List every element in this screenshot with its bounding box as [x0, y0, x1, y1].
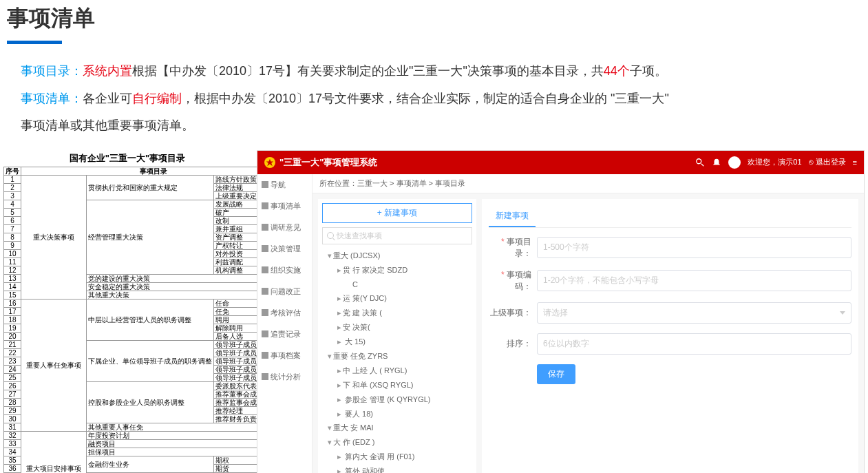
- item-tree[interactable]: ▾重大 (DJCSX)▸贯 行 家决定 SDZDC▸运 策(Y DJC)▸党 建…: [322, 249, 472, 473]
- tab-new-item[interactable]: 新建事项: [489, 206, 536, 227]
- menu-icon: [262, 352, 268, 359]
- menu-icon: [262, 330, 268, 337]
- tree-item[interactable]: ▸ 要人 18): [322, 407, 472, 421]
- menu-icon: [262, 288, 268, 295]
- select-parent[interactable]: 请选择: [537, 302, 851, 324]
- avatar-icon[interactable]: [728, 156, 741, 169]
- sidebar-item[interactable]: 统计分析: [257, 366, 312, 388]
- desc-line-2: 事项清单：各企业可自行编制，根据中办发〔2010〕17号文件要求，结合企业实际，…: [7, 85, 861, 113]
- search-input[interactable]: 快速查找事项: [322, 227, 472, 244]
- tree-item[interactable]: ▾重要 任免 ZYRS: [322, 349, 472, 364]
- tree-item[interactable]: ▸运 策(Y DJC): [322, 291, 472, 306]
- svg-marker-0: [266, 159, 274, 167]
- tree-item[interactable]: ▸党 建 决策 (: [322, 306, 472, 320]
- sidebar-item[interactable]: 事项清单: [257, 196, 312, 217]
- save-button[interactable]: 保存: [537, 364, 575, 384]
- directory-table-panel: 国有企业"三重一大"事项目录 序号事项目录 1重大决策事项贯彻执行党和国家的重大…: [3, 150, 251, 473]
- directory-title: 国有企业"三重一大"事项目录: [3, 150, 251, 167]
- label-order: 排序：: [489, 338, 537, 350]
- app-title: "三重一大"事项管理系统: [279, 156, 695, 169]
- menu-icon: [262, 224, 268, 231]
- svg-line-2: [701, 164, 704, 167]
- breadcrumb: 所在位置：三重一大 > 事项清单 > 事项目录: [313, 174, 864, 193]
- table-row: 32重大项目安排事项年度投资计划: [4, 431, 286, 439]
- tree-item[interactable]: ▸ 参股企 管理 (K QYRYGL): [322, 392, 472, 407]
- menu-icon: [262, 309, 268, 316]
- directory-table: 序号事项目录 1重大决策事项贯彻执行党和国家的重大规定路线方针政策2法律法规3上…: [3, 167, 286, 473]
- tree-item[interactable]: ▾大 作 (EDZ ): [322, 435, 472, 450]
- search-icon[interactable]: [695, 158, 705, 167]
- form-column: 新建事项 事项目录： 1-500个字符 事项编码： 1-20个字符，不能包含小写…: [482, 199, 858, 473]
- tree-item[interactable]: ▾重大 安 MAI: [322, 421, 472, 435]
- chevron-down-icon: [840, 311, 845, 315]
- tree-item[interactable]: ▸ 大 15): [322, 335, 472, 349]
- sidebar-item[interactable]: 考核评估: [257, 302, 312, 324]
- tree-column: + 新建事项 快速查找事项 ▾重大 (DJCSX)▸贯 行 家决定 SDZDC▸…: [318, 199, 476, 473]
- welcome-text: 欢迎您，演示01: [748, 157, 801, 167]
- input-order[interactable]: 6位以内数字: [537, 333, 851, 355]
- app-header: "三重一大"事项管理系统 欢迎您，演示01 ⎋ 退出登录 ≡: [257, 151, 864, 174]
- svg-point-1: [697, 159, 701, 164]
- menu-icon: [262, 245, 268, 252]
- sidebar: 导航事项清单调研意见决策管理组织实施问题改正考核评估追责记录事项档案统计分析: [257, 174, 313, 473]
- tree-item[interactable]: C: [322, 277, 472, 292]
- label-parent: 上级事项：: [489, 307, 537, 319]
- notify-icon[interactable]: [712, 158, 721, 167]
- tree-item[interactable]: ▸下 和单 (XSQ RYGL): [322, 378, 472, 392]
- menu-icon: [262, 373, 268, 380]
- sidebar-item[interactable]: 问题改正: [257, 281, 312, 302]
- desc-line-1: 事项目录：系统内置根据【中办发〔2010〕17号】有关要求制定的企业"三重一大"…: [7, 58, 861, 85]
- sidebar-item[interactable]: 导航: [257, 174, 312, 196]
- tree-item[interactable]: ▸ 算外 动和使: [322, 464, 472, 473]
- desc-line-3: 事项清单或其他重要事项清单。: [7, 112, 861, 140]
- app-logo-icon: [264, 157, 275, 168]
- page-title: 事项清单: [7, 0, 861, 37]
- tree-item[interactable]: ▸中 上经 人 ( RYGL): [322, 364, 472, 378]
- logout-link[interactable]: ⎋ 退出登录: [809, 157, 846, 167]
- sidebar-item[interactable]: 调研意见: [257, 217, 312, 238]
- title-underline: [7, 41, 62, 44]
- app-screenshot: "三重一大"事项管理系统 欢迎您，演示01 ⎋ 退出登录 ≡ 导航事项清单调研意…: [257, 150, 865, 473]
- tree-item[interactable]: ▸安 决策(: [322, 320, 472, 335]
- sidebar-item[interactable]: 组织实施: [257, 260, 312, 281]
- menu-icon[interactable]: ≡: [853, 158, 857, 167]
- sidebar-item[interactable]: 事项档案: [257, 345, 312, 366]
- tree-item[interactable]: ▾重大 (DJCSX): [322, 249, 472, 263]
- menu-icon: [262, 181, 268, 188]
- sidebar-item[interactable]: 决策管理: [257, 238, 312, 260]
- input-catalog[interactable]: 1-500个字符: [537, 237, 851, 258]
- tree-item[interactable]: ▸贯 行 家决定 SDZD: [322, 263, 472, 277]
- search-icon: [327, 232, 334, 239]
- input-code[interactable]: 1-20个字符，不能包含小写字母: [537, 270, 851, 291]
- table-row: 1重大决策事项贯彻执行党和国家的重大规定路线方针政策: [4, 175, 286, 183]
- menu-icon: [262, 266, 268, 273]
- menu-icon: [262, 202, 268, 209]
- label-catalog: 事项目录：: [489, 236, 537, 260]
- tree-item[interactable]: ▸ 算内大 金调 用 (F01): [322, 450, 472, 464]
- table-row: 16重要人事任免事项中层以上经营管理人员的职务调整任命: [4, 299, 286, 307]
- label-code: 事项编码：: [489, 269, 537, 293]
- sidebar-item[interactable]: 追责记录: [257, 324, 312, 345]
- new-item-button[interactable]: + 新建事项: [322, 203, 472, 223]
